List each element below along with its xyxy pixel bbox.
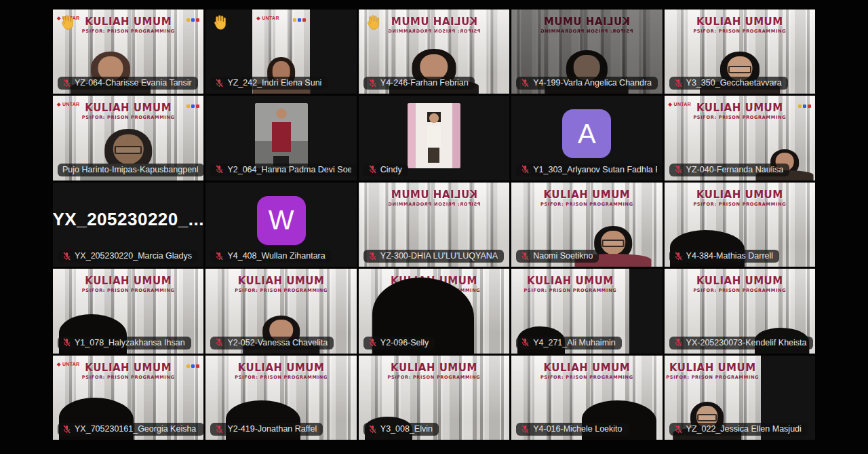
participant-tile[interactable]: UNTAR KULIAH UMUM PSIFOR: PRISON PROGRAM… (53, 356, 203, 440)
participant-tile[interactable]: KULIAH UMUM PSIFOR: PRISON PROGRAMMING Y… (665, 10, 815, 94)
banner-subtitle: PSIFOR: PRISON PROGRAMMING (511, 288, 629, 293)
participant-name: YZ_242_Indri Elena Suni (227, 78, 321, 88)
muted-mic-icon (521, 79, 530, 88)
participant-name: YX-205230073-Kendelif Kheista (686, 338, 807, 347)
participant-tile[interactable]: UNTAR KULIAH UMUM PSIFOR: PRISON PROGRAM… (53, 96, 203, 180)
muted-mic-icon (521, 252, 530, 261)
participant-tile[interactable]: KULIAH UMUM PSIFOR: PRISON PROGRAMMING Y… (205, 269, 356, 353)
participant-tile[interactable]: UNTAR KULIAH UMUM PSIFOR: PRISON PROGRAM… (53, 10, 203, 94)
participant-tile[interactable]: Y2_064_Hanna Padma Devi Soetio... (205, 96, 356, 180)
muted-mic-icon (674, 165, 683, 174)
participant-name: Y3_350_Gecchaetavvara (686, 78, 782, 88)
muted-mic-icon (368, 165, 377, 174)
participant-tile[interactable]: KULIAH UMUM PSIFOR: PRISON PROGRAMMING N… (511, 183, 662, 267)
participant-name-label: YZ_242_Indri Elena Suni (210, 77, 328, 90)
participant-tile[interactable]: KULIAH UMUM PSIFOR: PRISON PROGRAMMING Y… (665, 356, 815, 440)
muted-mic-icon (62, 338, 71, 347)
banner-subtitle: PSIFOR: PRISON PROGRAMMING (665, 202, 815, 207)
background-banner: KULIAH UMUM PSIFOR: PRISON PROGRAMMING (359, 189, 509, 207)
participant-tile[interactable]: KULIAH UMUM PSIFOR: PRISON PROGRAMMING Y… (205, 356, 356, 440)
banner-subtitle: PSIFOR: PRISON PROGRAMMING (53, 288, 203, 293)
camera-off-name: YX_205230220_... (53, 183, 203, 257)
background-banner: KULIAH UMUM PSIFOR: PRISON PROGRAMMING (665, 362, 761, 380)
participant-name-label: YZ_022_Jessica Ellen Masjudi (669, 423, 808, 436)
banner-title: KULIAH UMUM (205, 362, 356, 374)
participant-name-label: Y2_064_Hanna Padma Devi Soetio... (210, 164, 356, 176)
banner-subtitle: PSIFOR: PRISON PROGRAMMING (205, 375, 356, 380)
muted-mic-icon (674, 252, 683, 261)
muted-mic-icon (215, 425, 224, 434)
participant-name-label: Y1_303_Arlyanov Sutan Fadhla Ra... (516, 164, 662, 176)
raised-hand-icon (58, 14, 76, 31)
participant-tile[interactable]: KULIAH UMUM PSIFOR: PRISON PROGRAMMING Y… (359, 269, 509, 353)
muted-mic-icon (368, 79, 377, 88)
muted-mic-icon (62, 252, 71, 261)
participant-name-label: Y4-016-Michele Loekito (516, 423, 628, 436)
participant-name: Pujo Harinto-Imipas-Kapusbangpenk... (62, 165, 198, 174)
muted-mic-icon (521, 338, 530, 347)
untar-logo: UNTAR (256, 16, 279, 21)
participant-name: Y1_078_Halyzakhansa Ihsan (75, 338, 185, 347)
profile-photo (255, 103, 308, 168)
muted-mic-icon (674, 425, 683, 434)
muted-mic-icon (62, 425, 71, 434)
background-banner: KULIAH UMUM PSIFOR: PRISON PROGRAMMING (665, 189, 815, 207)
participant-tile[interactable]: KULIAH UMUM PSIFOR: PRISON PROGRAMMING Y… (359, 183, 509, 267)
muted-mic-icon (62, 79, 71, 88)
muted-mic-icon (215, 79, 224, 88)
participant-tile[interactable]: KULIAH UMUM PSIFOR: PRISON PROGRAMMING Y… (511, 10, 662, 94)
background-banner: KULIAH UMUM PSIFOR: PRISON PROGRAMMING (665, 16, 815, 34)
participant-grid: UNTAR KULIAH UMUM PSIFOR: PRISON PROGRAM… (53, 10, 815, 440)
participant-name-label: Y1_078_Halyzakhansa Ihsan (58, 337, 191, 349)
participant-tile[interactable]: KULIAH UMUM PSIFOR: PRISON PROGRAMMING Y… (359, 356, 509, 440)
background-banner: KULIAH UMUM PSIFOR: PRISON PROGRAMMING (511, 16, 662, 34)
participant-name-label: Y2-419-Jonathan Raffel (210, 423, 323, 436)
participant-tile[interactable]: UNTAR KULIAH UMUM PSIFOR: PRISON PROGRAM… (665, 96, 815, 180)
participant-tile[interactable]: YX_205230220_... YX_205230220_Marcia Gla… (53, 183, 203, 267)
letter-avatar: W (257, 196, 306, 245)
participant-name: Naomi Soetikno (533, 251, 593, 261)
background-banner: KULIAH UMUM PSIFOR: PRISON PROGRAMMING (53, 102, 203, 120)
participant-name-label: YX_705230161_Georgia Keisha Yo... (58, 423, 203, 436)
participant-tile[interactable]: A Y1_303_Arlyanov Sutan Fadhla Ra... (511, 96, 662, 180)
profile-photo (408, 103, 460, 168)
participant-name-label: Y2-096-Selly (363, 337, 435, 349)
participant-name: YZ_022_Jessica Ellen Masjudi (686, 424, 802, 434)
participant-name: YX_705230161_Georgia Keisha Yo... (75, 424, 198, 434)
muted-mic-icon (521, 425, 530, 434)
participant-name: Y4-016-Michele Loekito (533, 424, 622, 434)
participant-name-label: YZ-064-Charisse Evania Tansir (58, 77, 198, 90)
banner-subtitle: PSIFOR: PRISON PROGRAMMING (665, 375, 761, 380)
participant-tile[interactable]: KULIAH UMUM PSIFOR: PRISON PROGRAMMING Y… (665, 269, 815, 353)
muted-mic-icon (215, 338, 224, 347)
background-banner: KULIAH UMUM PSIFOR: PRISON PROGRAMMING (511, 275, 629, 293)
participant-name: Y3_008_Elvin (380, 424, 433, 434)
participant-name-label: Y3_350_Gecchaetavvara (669, 77, 788, 90)
banner-subtitle: PSIFOR: PRISON PROGRAMMING (205, 288, 356, 293)
participant-name-label: Y3_008_Elvin (363, 423, 439, 436)
participant-tile[interactable]: KULIAH UMUM PSIFOR: PRISON PROGRAMMING Y… (511, 269, 662, 353)
participant-tile[interactable]: UNTAR YZ_242_Indri Elena Suni (205, 10, 356, 94)
participant-name-label: YZ-300-DHIA LU'LU'LUQYANA (363, 250, 504, 263)
banner-title: KULIAH UMUM (511, 189, 662, 201)
participant-tile[interactable]: KULIAH UMUM PSIFOR: PRISON PROGRAMMING Y… (665, 183, 815, 267)
participant-name-label: Y4-384-Mathias Darrell (669, 250, 780, 263)
participant-tile[interactable]: Cindy (359, 96, 509, 180)
participant-tile[interactable]: KULIAH UMUM PSIFOR: PRISON PROGRAMMING Y… (53, 269, 203, 353)
background-banner: KULIAH UMUM PSIFOR: PRISON PROGRAMMING (665, 102, 815, 120)
banner-title: KULIAH UMUM (359, 362, 509, 374)
banner-title: KULIAH UMUM (359, 189, 509, 201)
muted-mic-icon (674, 338, 683, 347)
participant-name: Cindy (380, 165, 402, 174)
participant-name-label: Pujo Harinto-Imipas-Kapusbangpenk... (58, 164, 203, 176)
participant-tile[interactable]: KULIAH UMUM PSIFOR: PRISON PROGRAMMING Y… (511, 356, 662, 440)
participant-name-label: YX_205230220_Marcia Gladys (58, 250, 198, 263)
participant-name: Y4-246-Farhan Febrian (380, 78, 469, 88)
participant-tile[interactable]: KULIAH UMUM PSIFOR: PRISON PROGRAMMING (359, 10, 509, 94)
participant-name: Y4-384-Mathias Darrell (686, 251, 774, 261)
banner-subtitle: PSIFOR: PRISON PROGRAMMING (53, 115, 203, 120)
banner-title: KULIAH UMUM (53, 362, 203, 374)
participant-tile[interactable]: W Y4_408_Wullan Zihantara (205, 183, 356, 267)
participant-name: Y2-096-Selly (380, 338, 429, 347)
muted-mic-icon (521, 165, 530, 174)
